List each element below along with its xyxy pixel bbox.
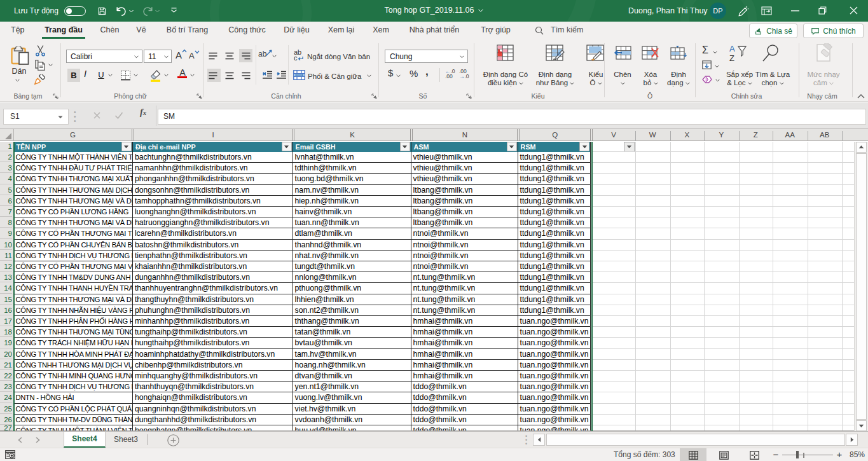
svg-text:A: A [729, 44, 735, 53]
svg-text:Z: Z [729, 53, 734, 63]
